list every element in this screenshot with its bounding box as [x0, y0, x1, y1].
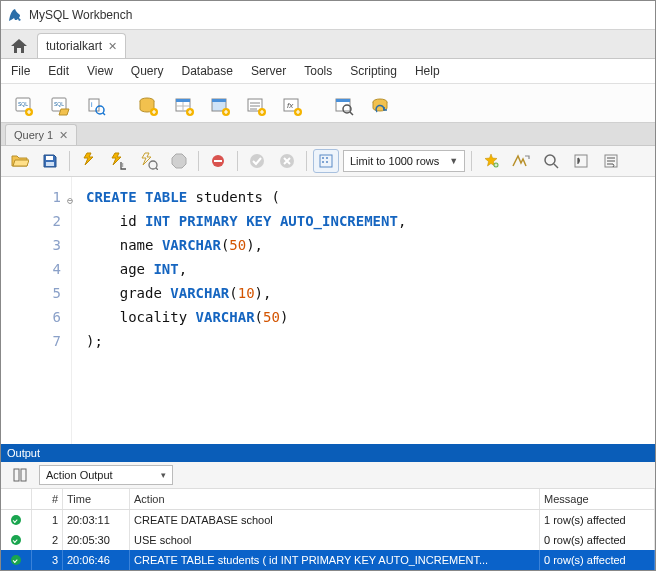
find-button[interactable] — [508, 149, 534, 173]
col-message[interactable]: Message — [540, 489, 655, 509]
svg-line-30 — [350, 112, 353, 115]
open-sql-file-button[interactable]: SQL — [45, 88, 75, 118]
connection-tabstrip: tutorialkart ✕ — [1, 30, 655, 59]
success-icon — [11, 555, 21, 565]
output-row[interactable]: 2 20:05:30 USE school 0 row(s) affected — [1, 530, 655, 550]
execute-current-button[interactable]: I — [106, 149, 132, 173]
toggle-wrap-button[interactable] — [598, 149, 624, 173]
svg-line-7 — [103, 113, 105, 115]
inspector-button[interactable]: i — [81, 88, 111, 118]
svg-text:SQL: SQL — [18, 101, 28, 107]
col-action[interactable]: Action — [130, 489, 540, 509]
output-row-selected[interactable]: 3 20:06:46 CREATE TABLE students ( id IN… — [1, 550, 655, 570]
search-button[interactable] — [538, 149, 564, 173]
toggle-whitespace-button[interactable] — [313, 149, 339, 173]
toggle-autocommit-button[interactable] — [205, 149, 231, 173]
menu-database[interactable]: Database — [182, 64, 233, 78]
svg-point-42 — [322, 157, 324, 159]
window-title: MySQL Workbench — [29, 8, 132, 22]
create-view-button[interactable] — [205, 88, 235, 118]
close-icon[interactable]: ✕ — [59, 129, 68, 142]
svg-rect-41 — [320, 155, 332, 167]
create-function-button[interactable]: fx — [277, 88, 307, 118]
svg-point-45 — [326, 161, 328, 163]
line-gutter: 1234567 ⊖ — [1, 177, 72, 444]
explain-button[interactable] — [136, 149, 162, 173]
svg-rect-32 — [46, 156, 53, 160]
reconnect-button[interactable] — [365, 88, 395, 118]
output-type-label: Action Output — [46, 469, 113, 481]
svg-line-36 — [156, 168, 158, 170]
sql-editor[interactable]: 1234567 ⊖ CREATE TABLE students ( id INT… — [1, 177, 655, 444]
open-file-button[interactable] — [7, 149, 33, 173]
menu-scripting[interactable]: Scripting — [350, 64, 397, 78]
create-schema-button[interactable] — [133, 88, 163, 118]
separator — [69, 151, 70, 171]
separator — [471, 151, 472, 171]
app-logo-icon — [7, 7, 23, 23]
menubar: File Edit View Query Database Server Too… — [1, 59, 655, 84]
separator — [198, 151, 199, 171]
svg-rect-49 — [575, 155, 587, 167]
svg-rect-12 — [176, 99, 190, 102]
beautify-button[interactable] — [478, 149, 504, 173]
output-view-toggle-button[interactable] — [7, 463, 33, 487]
svg-line-48 — [554, 164, 558, 168]
svg-point-39 — [250, 154, 264, 168]
rollback-button[interactable] — [274, 149, 300, 173]
home-button[interactable] — [5, 34, 33, 58]
output-panel-header[interactable]: Output — [1, 444, 655, 462]
row-limit-label: Limit to 1000 rows — [350, 155, 439, 167]
svg-rect-33 — [46, 162, 54, 166]
svg-rect-53 — [14, 469, 19, 481]
menu-file[interactable]: File — [11, 64, 30, 78]
separator — [306, 151, 307, 171]
menu-edit[interactable]: Edit — [48, 64, 69, 78]
output-grid-header: # Time Action Message — [1, 489, 655, 510]
menu-server[interactable]: Server — [251, 64, 286, 78]
output-row[interactable]: 1 20:03:11 CREATE DATABASE school 1 row(… — [1, 510, 655, 530]
success-icon — [11, 535, 21, 545]
menu-tools[interactable]: Tools — [304, 64, 332, 78]
col-index[interactable]: # — [32, 489, 63, 509]
code-content[interactable]: CREATE TABLE students ( id INT PRIMARY K… — [72, 177, 406, 444]
fold-icon[interactable]: ⊖ — [67, 189, 73, 213]
connection-tab[interactable]: tutorialkart ✕ — [37, 33, 126, 58]
sql-tab-label: Query 1 — [14, 129, 53, 141]
toggle-invisible-button[interactable] — [568, 149, 594, 173]
new-sql-tab-button[interactable]: SQL — [9, 88, 39, 118]
svg-point-44 — [322, 161, 324, 163]
search-table-data-button[interactable] — [329, 88, 359, 118]
svg-rect-38 — [214, 160, 222, 162]
create-procedure-button[interactable] — [241, 88, 271, 118]
svg-point-43 — [326, 157, 328, 159]
close-icon[interactable]: ✕ — [108, 40, 117, 53]
create-table-button[interactable] — [169, 88, 199, 118]
col-time[interactable]: Time — [63, 489, 130, 509]
save-file-button[interactable] — [37, 149, 63, 173]
svg-text:fx: fx — [287, 101, 294, 110]
svg-rect-17 — [212, 99, 226, 102]
commit-button[interactable] — [244, 149, 270, 173]
menu-help[interactable]: Help — [415, 64, 440, 78]
execute-all-button[interactable] — [76, 149, 102, 173]
menu-view[interactable]: View — [87, 64, 113, 78]
output-title: Output — [7, 447, 40, 459]
main-toolbar: SQL SQL i fx — [1, 84, 655, 123]
success-icon — [11, 515, 21, 525]
svg-point-35 — [149, 161, 157, 169]
chevron-down-icon: ▾ — [161, 470, 166, 480]
stop-button[interactable] — [166, 149, 192, 173]
editor-toolbar: I Limit to 1000 rows ▼ — [1, 146, 655, 177]
chevron-down-icon: ▼ — [449, 156, 458, 166]
separator — [237, 151, 238, 171]
output-type-dropdown[interactable]: Action Output ▾ — [39, 465, 173, 485]
output-toolbar: Action Output ▾ — [1, 462, 655, 489]
svg-point-47 — [545, 155, 555, 165]
sql-tab[interactable]: Query 1 ✕ — [5, 124, 77, 145]
svg-rect-54 — [21, 469, 26, 481]
sql-tabstrip: Query 1 ✕ — [1, 123, 655, 146]
svg-rect-28 — [336, 99, 350, 102]
row-limit-dropdown[interactable]: Limit to 1000 rows ▼ — [343, 150, 465, 172]
menu-query[interactable]: Query — [131, 64, 164, 78]
